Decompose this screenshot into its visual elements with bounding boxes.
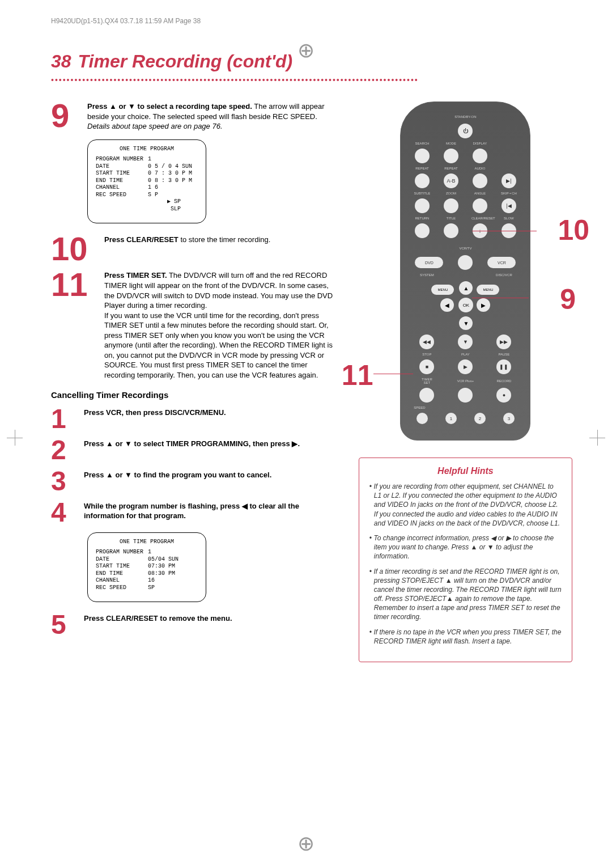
- num-1-button: 1: [445, 413, 457, 424]
- helpful-hints-title: Helpful Hints: [368, 466, 563, 476]
- lcd-title: ONE TIME PROGRAM: [96, 146, 198, 153]
- callout-line-9: [472, 298, 529, 298]
- repeat-ab-button: A-B: [444, 173, 458, 188]
- vcr-plus-button: [458, 388, 473, 403]
- step-body-9: Press ▲ or ▼ to select a recording tape …: [87, 101, 336, 132]
- hint-item: If you are recording from other equipmen…: [368, 482, 563, 528]
- play-button: ▶: [458, 359, 473, 374]
- title-button: [444, 223, 458, 238]
- lcd-one-time-program-1: ONE TIME PROGRAM PROGRAM NUMBER1DATE0 5 …: [87, 139, 206, 224]
- ok-button: OK: [458, 298, 473, 312]
- callout-9: 9: [560, 283, 576, 316]
- cancel-step-3: 3 Press ▲ or ▼ to find the program you w…: [51, 470, 336, 493]
- angle-button: [473, 198, 487, 213]
- lcd-one-time-program-2: ONE TIME PROGRAM PROGRAM NUMBER1DATE05/0…: [87, 532, 206, 603]
- cancel-step-5: 5 Press CLEAR/RESET to remove the menu.: [51, 613, 336, 637]
- cancel-step-2: 2 Press ▲ or ▼ to select TIMER PROGRAMMI…: [51, 439, 336, 462]
- speed-button: [416, 413, 428, 424]
- cancel-heading: Cancelling Timer Recordings: [51, 390, 336, 400]
- pause-button: ❚❚: [496, 359, 511, 374]
- cancel-step-4: 4 While the program number is flashing, …: [51, 501, 336, 524]
- registration-mark-left: [7, 430, 23, 446]
- record-button: ●: [496, 388, 511, 403]
- step-9: 9 Press ▲ or ▼ to select a recording tap…: [51, 101, 336, 132]
- subtitle-button: [415, 198, 430, 213]
- vcr-source-button: VCR: [487, 257, 516, 268]
- right-arrow-button: ▶: [477, 298, 490, 312]
- skip-fwd-button: ▶|: [502, 173, 516, 188]
- step-10: 10 Press CLEAR/RESET to store the timer …: [51, 235, 336, 262]
- down-arrow-button: ▼: [459, 316, 473, 330]
- step-number-9: 9: [51, 101, 79, 132]
- search-button: [415, 149, 430, 163]
- power-button: ⏻: [458, 124, 473, 138]
- step-number-10: 10: [51, 235, 96, 262]
- timer-set-button: [419, 388, 434, 403]
- hint-item: To change incorrect information, press ◀…: [368, 533, 563, 561]
- callout-line-11: [373, 374, 413, 374]
- cancel-step-num: 1: [51, 408, 76, 431]
- ff-button: ▶▶: [496, 335, 511, 349]
- cancel-step-1: 1 Press VCR, then press DISC/VCR/MENU.: [51, 408, 336, 431]
- helpful-hints-list: If you are recording from other equipmen…: [368, 482, 563, 646]
- cancel-step-body: Press VCR, then press DISC/VCR/MENU.: [84, 408, 226, 431]
- callout-line-10: [472, 231, 537, 231]
- page-number: 38: [51, 51, 71, 72]
- step-body-11: Press TIMER SET. The DVD/VCR will turn o…: [104, 270, 336, 380]
- hint-item: If there is no tape in the VCR when you …: [368, 628, 563, 646]
- page-title: Timer Recording (cont'd): [78, 51, 293, 72]
- mode-button: [444, 149, 458, 163]
- callout-10: 10: [558, 214, 589, 247]
- step-body-10: Press CLEAR/RESET to store the timer rec…: [104, 235, 270, 262]
- num-2-button: 2: [474, 413, 486, 424]
- dpad: MENU MENU ▲ ▼ ◀ ▶ OK: [431, 280, 499, 331]
- down2-button: ▼: [458, 335, 473, 349]
- lcd-extra: ▶ SP SLP: [96, 198, 198, 213]
- display-button: [473, 149, 487, 163]
- vcr-tv-button: [458, 255, 473, 270]
- step-number-11: 11: [51, 270, 96, 380]
- rew-button: ◀◀: [419, 335, 434, 349]
- up-arrow-button: ▲: [459, 281, 473, 295]
- lcd-rows: PROGRAM NUMBER1DATE0 5 / 0 4 SUNSTART TI…: [96, 156, 198, 198]
- registration-mark-right: [589, 430, 605, 446]
- remote-illustration: STANDBY-ON ⏻ SEARCH MODE DISPLAY: [400, 101, 530, 441]
- helpful-hints-box: Helpful Hints If you are recording from …: [359, 458, 572, 662]
- divider-dots: ••••••••••••••••••••••••••••••••••••••••…: [51, 75, 572, 84]
- return-button: [415, 223, 430, 238]
- repeat-button: [415, 173, 430, 188]
- callout-11: 11: [342, 359, 373, 392]
- dvd-source-button: DVD: [415, 257, 443, 268]
- audio-button: [473, 173, 487, 188]
- cancel-steps: 1 Press VCR, then press DISC/VCR/MENU. 2…: [51, 408, 336, 524]
- registration-mark-bottom: ⊕: [0, 839, 612, 849]
- standby-label: STANDBY-ON: [454, 115, 476, 118]
- hint-item: If a timer recording is set and the RECO…: [368, 567, 563, 622]
- left-arrow-button: ◀: [440, 298, 454, 312]
- stop-button: ■: [419, 359, 434, 374]
- zoom-button: [444, 198, 458, 213]
- num-3-button: 3: [503, 413, 515, 424]
- step-11: 11 Press TIMER SET. The DVD/VCR will tur…: [51, 270, 336, 380]
- menu-left-button: MENU: [431, 285, 454, 295]
- menu-right-button: MENU: [477, 285, 499, 295]
- skip-back-button: |◀: [502, 198, 516, 213]
